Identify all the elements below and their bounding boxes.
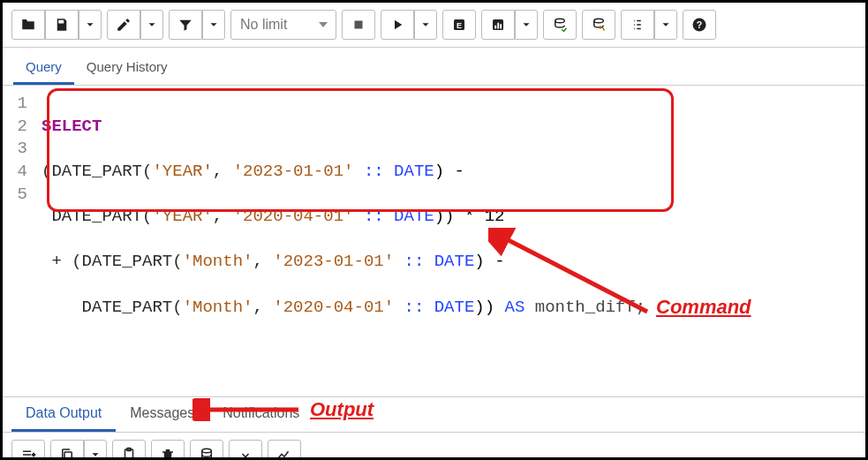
explain-analyze-dropdown-button[interactable] bbox=[515, 10, 538, 40]
help-button[interactable]: ? bbox=[683, 10, 716, 40]
annotation-arrow-output bbox=[192, 398, 303, 421]
stop-button[interactable] bbox=[342, 10, 375, 40]
filter-button[interactable] bbox=[169, 10, 202, 40]
edit-button[interactable] bbox=[107, 10, 140, 40]
svg-rect-6 bbox=[500, 24, 502, 28]
annotation-label-output: Output bbox=[310, 398, 374, 421]
tab-data-output[interactable]: Data Output bbox=[11, 397, 116, 432]
copy-button[interactable] bbox=[50, 440, 84, 460]
svg-rect-4 bbox=[494, 26, 496, 29]
annotation-label-command: Command bbox=[656, 296, 751, 319]
svg-point-7 bbox=[555, 19, 565, 23]
open-file-button[interactable] bbox=[11, 10, 45, 40]
gutter: 1 2 3 4 5 bbox=[3, 89, 38, 368]
paste-button[interactable] bbox=[112, 440, 146, 460]
graph-button[interactable] bbox=[268, 440, 301, 460]
edit-dropdown-button[interactable] bbox=[140, 10, 163, 40]
svg-point-14 bbox=[202, 449, 212, 453]
copy-dropdown-button[interactable] bbox=[84, 440, 107, 460]
explain-button[interactable]: E bbox=[442, 10, 476, 40]
execute-dropdown-button[interactable] bbox=[414, 10, 437, 40]
svg-text:E: E bbox=[457, 21, 462, 30]
save-data-button[interactable] bbox=[190, 440, 223, 460]
svg-text:?: ? bbox=[697, 19, 702, 30]
tab-query[interactable]: Query bbox=[13, 51, 74, 85]
explain-analyze-button[interactable] bbox=[481, 10, 515, 40]
filter-dropdown-button[interactable] bbox=[202, 10, 225, 40]
download-button[interactable] bbox=[229, 440, 262, 460]
output-tabs: Data Output Messages Notifications bbox=[3, 396, 865, 433]
limit-select[interactable]: No limit bbox=[230, 10, 336, 40]
save-dropdown-button[interactable] bbox=[79, 10, 102, 40]
macros-button[interactable] bbox=[621, 10, 654, 40]
rollback-button[interactable] bbox=[582, 10, 615, 40]
execute-button[interactable] bbox=[381, 10, 414, 40]
save-button[interactable] bbox=[45, 10, 79, 40]
editor-tabs: Query Query History bbox=[3, 51, 865, 86]
macros-dropdown-button[interactable] bbox=[654, 10, 677, 40]
add-row-button[interactable] bbox=[11, 440, 45, 460]
main-toolbar: No limit E ? bbox=[3, 3, 865, 48]
commit-button[interactable] bbox=[543, 10, 577, 40]
annotation-arrow-command bbox=[488, 228, 665, 320]
svg-rect-0 bbox=[355, 21, 363, 29]
svg-point-8 bbox=[594, 19, 604, 23]
output-toolbar bbox=[3, 433, 865, 460]
sql-editor[interactable]: 1 2 3 4 5 SELECT (DATE_PART('YEAR', '202… bbox=[3, 86, 865, 393]
svg-line-15 bbox=[502, 237, 647, 312]
svg-rect-11 bbox=[64, 452, 72, 460]
delete-row-button[interactable] bbox=[151, 440, 185, 460]
tab-query-history[interactable]: Query History bbox=[74, 51, 180, 85]
svg-rect-5 bbox=[497, 23, 499, 29]
